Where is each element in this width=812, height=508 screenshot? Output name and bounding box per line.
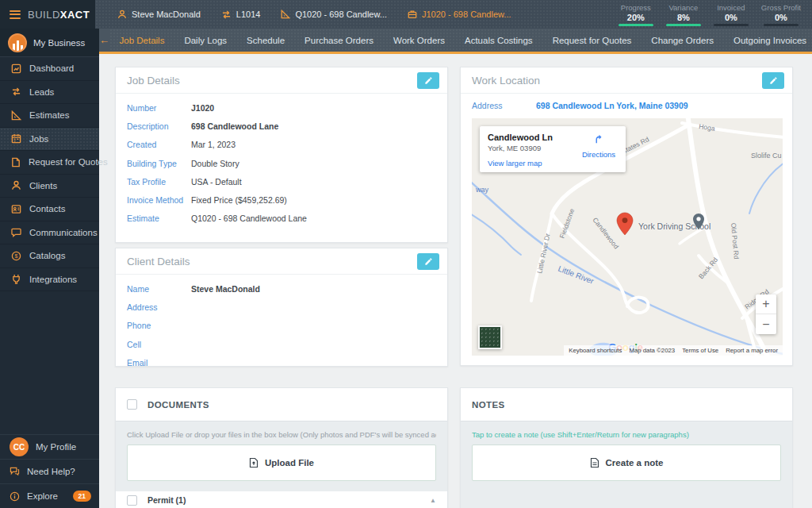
sidebar-item-catalogs[interactable]: $ Catalogs	[0, 244, 99, 268]
documents-card: DOCUMENTS Click Upload File or drop your…	[115, 387, 448, 508]
field-row: Email	[116, 353, 447, 371]
field-row: Address	[116, 298, 447, 316]
avatar: CC	[10, 437, 29, 456]
sidebar-item-explore[interactable]: Explore 21	[0, 483, 99, 508]
main-content: Job Details NumberJ1020 Description698 C…	[99, 54, 812, 508]
tab-daily-logs[interactable]: Daily Logs	[174, 29, 237, 52]
tab-outgoing-invoices[interactable]: Outgoing Invoices	[723, 29, 812, 52]
edit-job-details-button[interactable]	[417, 72, 439, 89]
sidebar-item-my-business[interactable]: My Business	[0, 29, 99, 57]
sidebar-footer: CC My Profile Need Help? Explore 21	[0, 434, 99, 508]
pencil-icon	[424, 257, 433, 266]
info-circle-icon	[10, 491, 20, 502]
context-tab-user[interactable]: Steve MacDonald	[117, 10, 201, 19]
note-icon	[590, 457, 599, 468]
context-tabs: Steve MacDonald L1014 Q1020 - 698 Candle…	[95, 10, 619, 19]
sidebar-item-request-for-quotes[interactable]: Request for Quotes	[0, 151, 99, 175]
job-details-card: Job Details NumberJ1020 Description698 C…	[115, 67, 448, 243]
google-map[interactable]: Fieldstone Estates Rd Old Post Rd Candle…	[472, 118, 783, 356]
documents-body: Click Upload File or drop your files in …	[116, 421, 447, 491]
menu-icon[interactable]	[10, 10, 21, 19]
keyboard-shortcuts-link[interactable]: Keyboard shortcuts	[569, 347, 622, 354]
sidebar-item-estimates[interactable]: Estimates	[0, 104, 99, 128]
brand-zone: BUILDXACT	[0, 0, 95, 29]
swap-arrows-icon	[221, 10, 232, 19]
sidebar-item-clients[interactable]: Clients	[0, 175, 99, 198]
plug-icon	[11, 274, 21, 284]
sidebar-item-jobs[interactable]: Jobs	[0, 128, 99, 152]
pencil-icon	[424, 76, 433, 85]
directions-button[interactable]: Directions	[578, 133, 619, 159]
edit-client-details-button[interactable]	[417, 253, 439, 270]
context-tab-job[interactable]: J1020 - 698 Candlew...	[408, 10, 511, 19]
terms-of-use-link[interactable]: Terms of Use	[682, 347, 718, 354]
report-map-error-link[interactable]: Report a map error	[726, 347, 778, 354]
tab-schedule[interactable]: Schedule	[237, 29, 295, 52]
tab-job-details[interactable]: Job Details	[109, 29, 174, 52]
client-details-card: Client Details NameSteve MacDonald Addre…	[115, 248, 448, 367]
variance-bar	[666, 24, 701, 26]
edit-work-location-button[interactable]	[762, 72, 784, 89]
sidebar-item-contacts[interactable]: Contacts	[0, 198, 99, 221]
explore-count-badge: 21	[73, 491, 91, 502]
tab-change-orders[interactable]: Change Orders	[642, 29, 724, 52]
documents-select-all-checkbox[interactable]	[127, 399, 137, 410]
map-attribution: Keyboard shortcuts Map data ©2023 Terms …	[564, 345, 783, 356]
sidebar-item-leads[interactable]: Leads	[0, 81, 99, 105]
address-row: Address 698 Candlewood Ln York, Maine 03…	[461, 94, 792, 117]
field-row: Cell	[116, 335, 447, 353]
map-info-window: Candlewood Ln York, ME 03909 View larger…	[480, 126, 626, 172]
back-button[interactable]: ←	[99, 29, 109, 54]
directions-icon	[593, 133, 604, 144]
job-stats: Progress 20% Variance 8% Invoiced 0% Gro…	[619, 3, 812, 26]
field-row: NameSteve MacDonald	[116, 279, 447, 298]
create-note-button[interactable]: Create a note	[472, 444, 781, 481]
notes-card: NOTES Tap to create a note (use Shift+En…	[460, 387, 793, 508]
document-group-permit[interactable]: Permit (1) ▲	[116, 491, 447, 508]
context-tab-estimate[interactable]: Q1020 - 698 Candlew...	[281, 10, 387, 19]
stat-variance: Variance 8%	[666, 3, 701, 26]
business-label: My Business	[33, 38, 85, 48]
job-location-pin[interactable]	[616, 212, 634, 239]
sidebar-item-integrations[interactable]: Integrations	[0, 268, 99, 292]
tab-request-for-quotes[interactable]: Request for Quotes	[542, 29, 642, 52]
brand-xact: XACT	[60, 9, 90, 21]
sidebar-item-communications[interactable]: Communications	[0, 221, 99, 245]
address-link[interactable]: 698 Candlewood Ln York, Maine 03909	[536, 101, 688, 110]
zoom-out-button[interactable]: −	[756, 314, 776, 334]
poi-pin[interactable]	[692, 213, 705, 233]
briefcase-icon	[408, 10, 417, 19]
collapse-caret-icon[interactable]: ▲	[430, 497, 436, 504]
app-root: BUILDXACT Steve MacDonald L1014 Q1020 - …	[0, 0, 812, 508]
card-title: Client Details	[127, 256, 190, 267]
context-tab-label: J1020 - 698 Candlew...	[422, 10, 511, 19]
field-row: CreatedMar 1, 2023	[116, 136, 447, 154]
permit-group-checkbox[interactable]	[127, 495, 137, 506]
field-row: Invoice MethodFixed Price ($459,252.69)	[116, 190, 447, 209]
zoom-in-button[interactable]: +	[756, 294, 776, 314]
upload-file-button[interactable]: Upload File	[127, 444, 436, 481]
context-tab-label: Q1020 - 698 Candlew...	[295, 10, 387, 19]
context-tab-lead[interactable]: L1014	[221, 10, 261, 19]
note-hint: Tap to create a note (use Shift+Enter/Re…	[472, 430, 781, 439]
app-logo: BUILDXACT	[28, 9, 90, 21]
topbar: BUILDXACT Steve MacDonald L1014 Q1020 - …	[0, 0, 812, 29]
sidebar-item-need-help[interactable]: Need Help?	[0, 459, 99, 483]
view-larger-map-link[interactable]: View larger map	[488, 159, 618, 167]
notes-body: Tap to create a note (use Shift+Enter/Re…	[461, 421, 792, 508]
sidebar-item-my-profile[interactable]: CC My Profile	[0, 434, 99, 459]
contact-card-icon	[11, 204, 21, 214]
person-icon	[11, 180, 21, 190]
progress-bar	[619, 24, 653, 26]
sidebar-item-dashboard[interactable]: Dashboard	[0, 57, 99, 81]
gross-profit-bar	[764, 24, 799, 26]
sidebar-nav: Dashboard Leads Estimates Jobs Request f…	[0, 57, 99, 291]
tab-purchase-orders[interactable]: Purchase Orders	[295, 29, 384, 52]
person-icon	[117, 10, 127, 19]
calendar-icon	[11, 133, 21, 144]
field-row: Description698 Candlewood Lane	[116, 117, 447, 135]
tab-work-orders[interactable]: Work Orders	[384, 29, 455, 52]
satellite-view-toggle[interactable]	[478, 325, 502, 349]
tab-actuals-costings[interactable]: Actuals Costings	[454, 29, 542, 52]
document-icon	[11, 157, 21, 167]
